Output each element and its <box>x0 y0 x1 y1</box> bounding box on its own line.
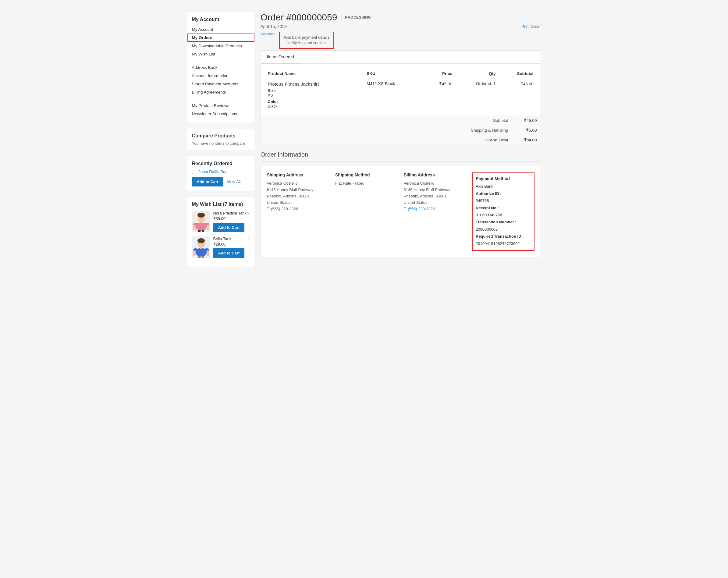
order-info-section: Order Information Shipping Address Veron… <box>261 151 541 257</box>
wishlist-item-0-add-to-cart[interactable]: Add to Cart <box>213 223 245 232</box>
wishlist-item-1-add-to-cart[interactable]: Add to Cart <box>213 248 245 258</box>
sidebar: My Account My Account My Orders My Downl… <box>187 12 255 267</box>
product-attrs: Size XS Color Black <box>268 88 362 108</box>
order-summary-row: Subtotal ₹45.00 Shipping & Handling ₹5.0… <box>261 115 541 145</box>
shipping-city-state: Pheonix, Arizona, 85001 <box>267 194 310 199</box>
attr-size-label: Size <box>268 88 276 93</box>
svg-rect-8 <box>207 225 209 230</box>
payment-txn-label: Transaction Number : <box>476 220 517 224</box>
order-title-prefix: Order # <box>261 12 292 22</box>
subtotal-value: ₹45.00 <box>512 115 540 125</box>
billing-phone[interactable]: T: (555) 229-3326 <box>404 207 435 211</box>
sidebar-item-product-reviews[interactable]: My Product Reviews <box>187 102 255 110</box>
price-cell: ₹45.00 <box>423 79 454 111</box>
payment-method-col: Payment Method Axis Bank Authorize ID : … <box>472 173 535 251</box>
order-header: Order #000000059 PROCESSING <box>261 12 541 23</box>
recently-item-link[interactable]: Joust Duffle Bag <box>199 169 228 174</box>
recently-item-checkbox[interactable] <box>192 170 196 174</box>
wishlist-item-1-name: Bella Tank <box>213 236 250 241</box>
sidebar-item-my-downloadable[interactable]: My Downloadable Products <box>187 42 255 50</box>
wishlist-item-0-img <box>192 211 210 232</box>
tab-items-ordered[interactable]: Items Ordered <box>261 51 300 63</box>
sidebar-item-stored-payments[interactable]: Stored Payment Methods <box>187 80 255 88</box>
items-table-wrap: Product Name SKU Price Qty Subtotal Prot… <box>261 64 541 115</box>
shipping-address-col: Shipping Address Veronica Costello 6146 … <box>267 173 330 251</box>
payment-authorize-value: 349768 <box>476 199 489 203</box>
order-info-title: Order Information <box>261 151 541 161</box>
col-header-product-name: Product Name <box>265 68 364 79</box>
payment-bank-name: Axis Bank <box>476 184 493 189</box>
payment-method-details: Axis Bank Authorize ID : 349768 Receipt … <box>476 183 531 247</box>
svg-point-4 <box>198 213 205 217</box>
wishlist-item-0-img-svg <box>192 211 210 232</box>
svg-rect-9 <box>198 230 201 232</box>
order-card-tabs: Items Ordered <box>261 51 541 64</box>
attr-size: Size XS <box>268 88 362 98</box>
sidebar-item-newsletter[interactable]: Newsletter Subscriptions <box>187 110 255 118</box>
summary-shipping-row: Shipping & Handling ₹5.00 <box>449 125 541 135</box>
sidebar-item-my-wishlist[interactable]: My Wish List <box>187 50 255 58</box>
sku-cell: MJ12-XS-Black <box>364 79 423 111</box>
order-actions-left: April 15, 2019 Reorder Axis bank payment… <box>261 24 334 49</box>
sidebar-wishlist-block: My Wish List (7 items) <box>187 197 255 267</box>
attr-color: Color Black <box>268 99 362 108</box>
status-badge: PROCESSING <box>342 14 374 21</box>
billing-address-col: Billing Address Veronica Costello 6146 H… <box>404 173 466 251</box>
items-table: Product Name SKU Price Qty Subtotal Prot… <box>265 68 536 111</box>
page-wrapper: My Account My Account My Orders My Downl… <box>181 6 547 273</box>
sidebar-compare-block: Compare Products You have no items to co… <box>187 129 255 150</box>
col-header-sku: SKU <box>364 68 423 79</box>
sidebar-nav-primary: My Account My Orders My Downloadable Pro… <box>187 25 255 58</box>
sidebar-item-billing-agreements[interactable]: Billing Agreements <box>187 88 255 96</box>
sidebar-link-address-book[interactable]: Address Book <box>187 63 255 72</box>
svg-rect-18 <box>193 251 196 256</box>
recently-view-all-link[interactable]: View All <box>227 180 240 184</box>
items-table-body: Proteus Fitness Jackshirt Size XS Color <box>265 79 536 111</box>
col-header-subtotal: Subtotal <box>498 68 536 79</box>
shipping-method-title: Shipping Method <box>335 173 398 177</box>
info-grid: Shipping Address Veronica Costello 6146 … <box>261 166 541 257</box>
shipping-value: ₹5.00 <box>512 125 540 135</box>
summary-subtotal-row: Subtotal ₹45.00 <box>449 115 541 125</box>
reorder-link[interactable]: Reorder <box>261 32 275 36</box>
sidebar-link-newsletter[interactable]: Newsletter Subscriptions <box>187 110 255 118</box>
sidebar-item-address-book[interactable]: Address Book <box>187 63 255 72</box>
sidebar-link-my-downloadable[interactable]: My Downloadable Products <box>187 42 255 50</box>
recently-add-to-cart-button[interactable]: Add to Cart <box>192 177 224 186</box>
wishlist-item-1-remove[interactable]: × <box>247 236 250 241</box>
items-table-head: Product Name SKU Price Qty Subtotal <box>265 68 536 79</box>
table-row: Proteus Fitness Jackshirt Size XS Color <box>265 79 536 111</box>
billing-city-state: Pheonix, Arizona, 85001 <box>404 194 447 199</box>
wishlist-item-0: Nora Practice Tank ₹39.00 Add to Cart × <box>192 211 250 232</box>
col-header-qty: Qty <box>454 68 498 79</box>
sidebar-link-product-reviews[interactable]: My Product Reviews <box>187 102 255 110</box>
product-name-cell: Proteus Fitness Jackshirt Size XS Color <box>265 79 364 111</box>
sidebar-link-billing-agreements[interactable]: Billing Agreements <box>187 88 255 96</box>
sidebar-item-my-orders[interactable]: My Orders <box>187 33 255 42</box>
sidebar-link-account-info[interactable]: Account Information <box>187 72 255 80</box>
sidebar-link-my-wishlist[interactable]: My Wish List <box>187 50 255 58</box>
billing-address-details: Veronica Costello 6146 Honey Bluff Parkw… <box>404 180 466 212</box>
wishlist-count: 7 items <box>225 202 241 207</box>
shipping-phone[interactable]: T: (555) 229-3326 <box>267 207 298 211</box>
sidebar-link-my-orders[interactable]: My Orders <box>187 33 255 42</box>
sidebar-item-my-account[interactable]: My Account <box>187 25 255 33</box>
grand-total-label: Grand Total <box>449 135 512 145</box>
sidebar-link-my-account[interactable]: My Account <box>187 25 255 33</box>
grand-total-value: ₹50.00 <box>512 135 540 145</box>
items-table-header-row: Product Name SKU Price Qty Subtotal <box>265 68 536 79</box>
shipping-method-col: Shipping Method Flat Rate - Fixed <box>335 173 398 251</box>
sidebar-nav-secondary: Address Book Account Information Stored … <box>187 63 255 96</box>
print-order-link[interactable]: Print Order <box>521 24 541 29</box>
sidebar-item-account-info[interactable]: Account Information <box>187 72 255 80</box>
order-number: 000000059 <box>291 12 337 22</box>
order-card: Items Ordered Product Name SKU Price Qty… <box>261 50 541 145</box>
wishlist-item-0-remove[interactable]: × <box>247 211 250 216</box>
subtotal-cell: ₹45.00 <box>498 79 536 111</box>
svg-rect-10 <box>202 230 204 232</box>
sidebar-link-stored-payments[interactable]: Stored Payment Methods <box>187 80 255 88</box>
wishlist-title-text: My Wish List <box>192 202 222 207</box>
order-date: April 15, 2019 <box>261 24 334 29</box>
highlighted-note: Axis bank payment details in My Account … <box>279 32 334 49</box>
summary-grand-total-row: Grand Total ₹50.00 <box>449 135 541 145</box>
